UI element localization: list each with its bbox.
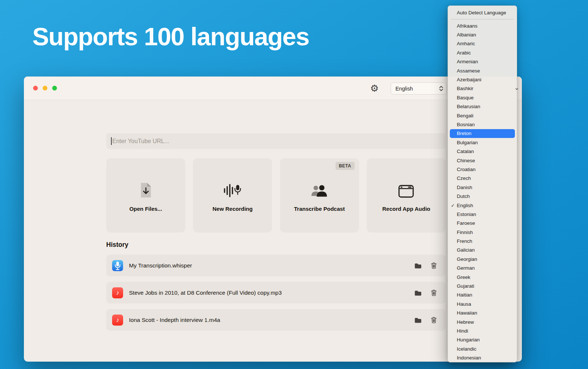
language-option[interactable]: Basque xyxy=(448,93,517,102)
show-in-folder-icon[interactable] xyxy=(414,290,422,296)
language-select-value: English xyxy=(395,86,413,92)
minimize-window-button[interactable] xyxy=(43,86,47,91)
history-item-name: My Transcription.whisper xyxy=(129,262,192,269)
language-option[interactable]: Hausa xyxy=(448,299,517,308)
file-download-icon xyxy=(139,179,153,198)
open-files-button[interactable]: Open Files... xyxy=(106,158,185,233)
music-note-icon: ♪ xyxy=(116,317,119,323)
language-option[interactable]: Armenian xyxy=(448,57,517,66)
whisper-mic-icon xyxy=(112,260,123,271)
language-option[interactable]: Assamese xyxy=(448,66,517,75)
language-option[interactable]: Bashkir xyxy=(448,84,517,93)
waveform-mic-icon xyxy=(223,179,243,198)
language-option-checked[interactable]: ✓English xyxy=(448,201,517,210)
language-option[interactable]: Azerbaijani xyxy=(448,75,517,84)
language-option[interactable]: Indonesian xyxy=(448,353,517,362)
language-option[interactable]: French xyxy=(448,237,517,245)
open-files-label: Open Files... xyxy=(129,206,162,212)
menu-separator xyxy=(451,19,514,19)
trash-icon[interactable] xyxy=(431,316,437,324)
traffic-lights xyxy=(33,86,57,91)
language-option[interactable]: Belarusian xyxy=(448,102,517,111)
chevron-down-icon[interactable]: ⌄ xyxy=(514,84,520,92)
language-option[interactable]: Amharic xyxy=(448,39,517,48)
language-option[interactable]: Croatian xyxy=(448,165,517,174)
language-option[interactable]: Hindi xyxy=(448,326,517,335)
show-in-folder-icon[interactable] xyxy=(414,317,422,323)
language-option[interactable]: Bulgarian xyxy=(448,138,517,147)
music-note-icon: ♪ xyxy=(116,290,119,296)
checkmark-icon: ✓ xyxy=(451,203,455,208)
audio-file-icon: ♪ xyxy=(112,315,123,326)
new-recording-button[interactable]: New Recording xyxy=(193,158,272,233)
language-option[interactable]: Afrikaans xyxy=(448,21,517,30)
language-option[interactable]: Finnish xyxy=(448,228,517,237)
language-option[interactable]: Chinese xyxy=(448,156,517,165)
history-heading: History xyxy=(106,241,128,249)
page-title: Supports 100 languages xyxy=(32,22,309,51)
settings-gear-icon[interactable]: ⚙ xyxy=(369,82,380,94)
window-titlebar: ⚙ English xyxy=(24,77,522,100)
transcribe-podcast-button[interactable]: BETA Transcribe Podcast xyxy=(280,158,359,233)
new-recording-label: New Recording xyxy=(212,206,252,212)
language-option[interactable]: Arabic xyxy=(448,48,517,57)
language-option[interactable]: Georgian xyxy=(448,255,517,263)
language-option[interactable]: Faroese xyxy=(448,219,517,228)
language-option[interactable]: Greek xyxy=(448,273,517,281)
youtube-url-input[interactable] xyxy=(112,133,446,149)
language-option[interactable]: Danish xyxy=(448,183,517,192)
trash-icon[interactable] xyxy=(431,262,437,269)
history-item-name: Iona Scott - Indepth interview 1.m4a xyxy=(129,317,220,323)
language-option[interactable]: Bosnian xyxy=(448,120,517,129)
language-option[interactable]: Czech xyxy=(448,174,517,183)
trash-icon[interactable] xyxy=(431,289,437,297)
language-option[interactable]: Albanian xyxy=(448,30,517,39)
language-dropdown-menu: Auto Detect Language Afrikaans Albanian … xyxy=(448,6,517,362)
close-window-button[interactable] xyxy=(33,86,38,91)
history-item[interactable]: ♪ Iona Scott - Indepth interview 1.m4a xyxy=(106,309,446,331)
podcast-people-icon xyxy=(311,179,328,198)
language-option[interactable]: Galician xyxy=(448,246,517,255)
language-option[interactable]: Hebrew xyxy=(448,317,517,326)
menu-item-auto-detect[interactable]: Auto Detect Language xyxy=(448,8,517,17)
language-option[interactable]: Bengali xyxy=(448,111,517,120)
language-option[interactable]: Estonian xyxy=(448,210,517,219)
transcribe-podcast-label: Transcribe Podcast xyxy=(294,206,345,212)
language-option[interactable]: Haitian xyxy=(448,291,517,299)
beta-badge: BETA xyxy=(336,162,355,170)
language-option[interactable]: Gujarati xyxy=(448,281,517,290)
history-item-name: Steve Jobs in 2010, at D8 Conference (Fu… xyxy=(129,290,282,296)
language-option[interactable]: Dutch xyxy=(448,192,517,201)
app-window: ⚙ English xyxy=(24,77,522,362)
language-option[interactable]: Icelandic xyxy=(448,344,517,353)
language-option[interactable]: Hungarian xyxy=(448,336,517,344)
text-cursor xyxy=(111,137,112,145)
language-select[interactable]: English xyxy=(391,82,447,95)
updown-chevrons-icon xyxy=(439,85,444,92)
show-in-folder-icon[interactable] xyxy=(414,262,422,269)
history-item[interactable]: ♪ Steve Jobs in 2010, at D8 Conference (… xyxy=(106,282,446,304)
action-cards: Open Files... New Recording xyxy=(106,158,446,233)
zoom-window-button[interactable] xyxy=(52,86,57,91)
language-option[interactable]: German xyxy=(448,264,517,273)
language-option[interactable]: Catalan xyxy=(448,147,517,156)
youtube-url-field[interactable] xyxy=(106,133,446,149)
record-app-audio-label: Record App Audio xyxy=(382,206,430,212)
app-window-icon xyxy=(398,179,414,198)
language-option-highlighted[interactable]: Breton xyxy=(450,129,515,138)
record-app-audio-button[interactable]: Record App Audio xyxy=(367,158,446,233)
history-list: My Transcription.whisper ♪ Steve Jobs i xyxy=(106,255,446,336)
language-option[interactable]: Hawaiian xyxy=(448,309,517,317)
audio-file-icon: ♪ xyxy=(112,287,123,298)
history-item[interactable]: My Transcription.whisper xyxy=(106,255,446,276)
